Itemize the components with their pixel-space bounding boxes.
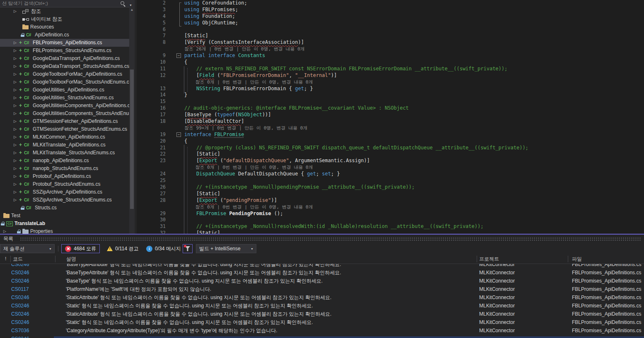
error-row[interactable]: CS0246'StaticAttribute' 형식 또는 네임스페이스 이름을… — [0, 310, 644, 318]
expander-icon[interactable] — [14, 70, 19, 78]
code-line[interactable]: 4using Foundation; — [137, 13, 644, 20]
tree-item[interactable]: TranslateLab — [0, 220, 129, 228]
tree-item[interactable]: MLKitCommon_ApiDefinitions.cs — [0, 133, 129, 141]
expander-icon[interactable] — [14, 133, 19, 141]
tree-item[interactable]: GoogleDataTransport_ApiDefinitions.cs — [0, 55, 129, 62]
expander-icon[interactable] — [14, 55, 19, 62]
tree-item[interactable]: GTMSessionFetcher_StructsAndEnums.cs — [0, 125, 129, 133]
expander-icon[interactable] — [14, 102, 19, 110]
tree-item[interactable]: nanopb_ApiDefinitions.cs — [0, 157, 129, 165]
build-intellisense-dropdown[interactable]: 빌드 + IntelliSense ▼ — [196, 244, 256, 253]
tree-scrollbar[interactable] — [129, 7, 135, 234]
codelens-row[interactable]: 참조 0개 | 0번 변경 | 만든 이 0명, 변경 내용 0개 — [137, 204, 644, 211]
tree-item[interactable]: nanopb_StructsAndEnums.cs — [0, 165, 129, 173]
code-line[interactable]: 14} — [137, 92, 644, 98]
severity-column-icon[interactable] — [5, 256, 9, 261]
column-header-code[interactable]: 코드 — [13, 254, 23, 264]
tree-item[interactable]: Protobuf_ApiDefinitions.cs — [0, 173, 129, 180]
expander-icon[interactable] — [14, 110, 19, 117]
tree-item[interactable]: FBLPromises_ApiDefinitions.cs — [0, 39, 129, 47]
code-line[interactable]: 9partial interface Constants — [137, 53, 644, 59]
column-header-file[interactable]: 파일 — [572, 254, 582, 264]
code-line[interactable]: 6 — [137, 26, 644, 33]
tree-item[interactable]: Resources — [0, 23, 129, 31]
code-line[interactable]: 23 [Export ("defaultDispatchQueue", Argu… — [137, 158, 644, 164]
code-line[interactable]: 3using FBLPromises; — [137, 7, 644, 13]
messages-filter-button[interactable]: 0/34 메시지 — [142, 244, 185, 253]
expander-icon[interactable] — [14, 125, 19, 133]
expander-icon[interactable] — [14, 7, 19, 15]
error-code-link[interactable]: CS0246 — [11, 318, 53, 326]
tree-item[interactable]: GoogleToolboxForMac_StructsAndEnums.cs — [0, 78, 129, 86]
code-line[interactable]: 10{ — [137, 59, 644, 66]
expander-icon[interactable] — [3, 228, 9, 234]
codelens-row[interactable]: 참조 26개 | 0번 변경 | 만든 이 0명, 변경 내용 0개 — [137, 46, 644, 53]
tree-item[interactable]: ApiDefinition.cs — [0, 31, 129, 39]
expander-icon[interactable] — [14, 149, 19, 157]
search-icon[interactable] — [121, 1, 125, 6]
errors-filter-button[interactable]: 4684 오류 — [61, 244, 100, 253]
expander-icon[interactable] — [14, 62, 19, 70]
tree-item[interactable]: Structs.cs — [0, 204, 129, 212]
tree-item[interactable]: GoogleToolboxForMac_ApiDefinitions.cs — [0, 70, 129, 78]
expander-icon[interactable] — [14, 188, 19, 196]
error-code-link[interactable]: CS0246 — [11, 310, 53, 318]
expander-icon[interactable] — [14, 141, 19, 149]
code-line[interactable]: 11 // extern NS_REFINED_FOR_SWIFT const … — [137, 66, 644, 72]
error-row[interactable]: CS0246'StaticAttribute' 형식 또는 네임스페이스 이름을… — [0, 293, 644, 302]
expander-icon[interactable] — [14, 94, 19, 102]
expander-icon[interactable] — [14, 180, 19, 188]
code-line[interactable]: 22 [Static] — [137, 151, 644, 158]
expander-icon[interactable] — [14, 86, 19, 94]
tree-item[interactable]: GTMSessionFetcher_ApiDefinitions.cs — [0, 117, 129, 125]
code-line[interactable]: 19interface FBLPromise — [137, 132, 644, 138]
error-code-link[interactable]: CS0246 — [11, 335, 53, 338]
code-line[interactable]: 27 [Static] — [137, 191, 644, 197]
expander-icon[interactable] — [14, 196, 19, 204]
tree-item[interactable]: GoogleUtilitiesComponents_StructsAndEnum… — [0, 110, 129, 117]
code-line[interactable]: 25 — [137, 177, 644, 184]
code-line[interactable]: 28 [Export ("pendingPromise")] — [137, 197, 644, 204]
code-line[interactable]: 17[BaseType (typeof(NSObject))] — [137, 112, 644, 118]
fold-toggle-icon[interactable] — [176, 132, 181, 137]
code-line[interactable]: 30 — [137, 217, 644, 223]
error-row[interactable]: CS0246'Static' 형식 또는 네임스페이스 이름을 찾을 수 없습니… — [0, 302, 644, 310]
error-row[interactable]: CS7036'CategoryAttribute.CategoryAttribu… — [0, 326, 644, 335]
code-line[interactable]: 21 // @property (class) NS_REFINED_FOR_S… — [137, 145, 644, 151]
code-line[interactable]: 7[Static] — [137, 33, 644, 39]
code-line[interactable]: 16// audit-objc-generics: @interface FBL… — [137, 105, 644, 112]
error-code-link[interactable]: CS0117 — [11, 285, 53, 293]
column-header-description[interactable]: 설명 — [66, 254, 76, 264]
code-line[interactable]: 31 // +(instancetype _Nonnull)resolvedWi… — [137, 223, 644, 230]
tree-item[interactable]: FBLPromises_StructsAndEnums.cs — [0, 47, 129, 55]
code-editor[interactable]: 2using CoreFoundation;3using FBLPromises… — [137, 0, 644, 234]
tree-item[interactable]: GoogleUtilities_ApiDefinitions.cs — [0, 86, 129, 94]
tree-item[interactable]: 네이티브 참조 — [0, 15, 129, 23]
error-code-link[interactable]: CS0246 — [11, 293, 53, 302]
error-row[interactable]: CS0246'Static' 형식 또는 네임스페이스 이름을 찾을 수 없습니… — [0, 318, 644, 326]
expander-icon[interactable] — [14, 157, 19, 165]
panel-drag-handle[interactable] — [20, 237, 641, 241]
tree-item[interactable]: MLKitTranslate_ApiDefinitions.cs — [0, 141, 129, 149]
code-line[interactable]: 15 — [137, 98, 644, 105]
tree-item[interactable]: GoogleUtilities_StructsAndEnums.cs — [0, 94, 129, 102]
code-line[interactable]: 8[Verify (ConstantsInterfaceAssociation)… — [137, 39, 644, 46]
code-line[interactable]: 24 DispatchQueue DefaultDispatchQueue { … — [137, 171, 644, 177]
tree-item[interactable]: GoogleDataTransport_StructsAndEnums.cs — [0, 62, 129, 70]
solution-search-input[interactable]: 션 탐색기 검색(Ctrl+;) ▼ — [0, 0, 135, 7]
tree-item[interactable]: SSZipArchive_ApiDefinitions.cs — [0, 188, 129, 196]
tree-item[interactable]: SSZipArchive_StructsAndEnums.cs — [0, 196, 129, 204]
tree-item[interactable]: GoogleUtilitiesComponents_ApiDefinitions… — [0, 102, 129, 110]
column-header-project[interactable]: 프로젝트 — [479, 254, 499, 264]
error-code-link[interactable]: CS0246 — [11, 302, 53, 310]
expander-icon[interactable] — [14, 117, 19, 125]
code-line[interactable]: 12 [Field ("FBLPromiseErrorDomain", "__I… — [137, 72, 644, 79]
expander-icon[interactable] — [14, 78, 19, 86]
code-line[interactable]: 13 NSString FBLPromiseErrorDomain { get;… — [137, 86, 644, 92]
error-row[interactable]: CS0246'BaseTypeAttribute' 형식 또는 네임스페이스 이… — [0, 268, 644, 277]
expander-icon[interactable] — [14, 39, 19, 47]
codelens-row[interactable]: 참조 0개 | 0번 변경 | 만든 이 0명, 변경 내용 0개 — [137, 164, 644, 171]
tree-item[interactable]: MLKitTranslate_StructsAndEnums.cs — [0, 149, 129, 157]
code-line[interactable]: 32 [Static] — [137, 230, 644, 234]
tree-item[interactable]: Properties — [0, 228, 129, 234]
